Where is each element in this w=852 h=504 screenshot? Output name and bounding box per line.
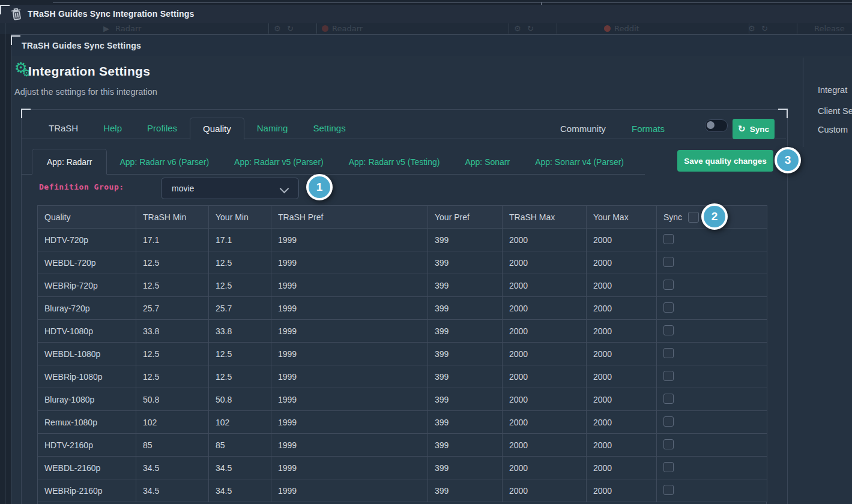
tab-item[interactable]: Settings [300, 118, 358, 139]
sync-cell [657, 343, 767, 365]
app-tab-bar: App: RadarrApp: Radarr v6 (Parser)App: R… [22, 149, 636, 175]
window-titlebar: TRaSH Guides Sync Integration Settings [0, 5, 852, 23]
trash-min-cell: 12.5 [136, 343, 209, 365]
quality-cell: WEBRip-1080p [38, 365, 136, 388]
annotation-3-badge: 3 [775, 147, 801, 173]
sync-cell [657, 479, 767, 502]
page-subtitle: Adjust the settings for this integration [14, 87, 157, 97]
trash-pref-cell: 1999 [271, 411, 428, 434]
app-tab-item[interactable]: App: Radarr v6 (Parser) [107, 149, 222, 175]
tab-item[interactable]: TRaSH [36, 118, 91, 139]
tab-item[interactable]: Quality [190, 118, 244, 140]
sync-all-checkbox[interactable] [688, 212, 699, 223]
reddit-icon [604, 25, 611, 32]
trash-min-cell: 102 [136, 411, 209, 434]
background-page-strip: ▶ Radarr ⚙ ↻ Readarr ⚙ ↻ Reddit ⚙ ↻ Rele… [0, 23, 852, 34]
quality-cell: WEBDL-1080p [38, 343, 136, 365]
modal-header: TRaSH Guides Sync Settings [11, 34, 852, 56]
column-header: Your Max [587, 206, 657, 229]
column-header: TRaSH Min [136, 206, 209, 229]
your-pref-cell: 399 [428, 411, 503, 434]
sync-button-label: Sync [750, 125, 769, 134]
your-pref-cell: 399 [428, 365, 503, 388]
app-tab-item[interactable]: App: Radarr v5 (Testing) [336, 149, 453, 175]
column-header: Your Pref [428, 206, 503, 229]
definition-group-select[interactable]: movie [161, 178, 299, 199]
trash-pref-cell: 1999 [271, 343, 428, 365]
your-max-cell: 2000 [587, 479, 657, 502]
sync-row-checkbox[interactable] [663, 462, 674, 472]
sync-row-checkbox[interactable] [663, 257, 674, 267]
definition-group-value: movie [172, 184, 194, 193]
save-quality-button[interactable]: Save quality changes [677, 150, 773, 172]
definition-group-label: Definition Group: [39, 182, 124, 191]
refresh-icon: ↻ [761, 24, 768, 33]
app-tab-item[interactable]: App: Sonarr v4 (Parser) [522, 149, 636, 175]
your-min-cell: 12.5 [209, 274, 271, 297]
table-header-row: Quality TRaSH Min Your Min TRaSH Pref Yo… [38, 206, 767, 229]
your-min-cell: 50.8 [209, 388, 271, 411]
table-row: WEBRip-1080p 12.5 12.5 1999 399 2000 200… [38, 365, 767, 388]
trash-min-cell: 17.1 [136, 229, 209, 251]
quality-cell: HDTV-720p [38, 229, 136, 251]
window-title: TRaSH Guides Sync Integration Settings [28, 9, 195, 19]
annotation-1-badge: 1 [306, 174, 333, 200]
sync-row-checkbox[interactable] [663, 439, 674, 449]
sync-row-checkbox[interactable] [663, 416, 674, 427]
sync-row-checkbox[interactable] [663, 234, 674, 244]
sync-button[interactable]: ↻ Sync [733, 119, 775, 139]
your-min-cell: 34.5 [209, 457, 271, 479]
gear-icon: ⚙ [748, 24, 755, 33]
trash-max-cell: 2000 [503, 320, 587, 343]
tab-item[interactable]: Naming [244, 118, 301, 139]
sync-cell [657, 434, 767, 457]
sync-row-checkbox[interactable] [663, 371, 674, 381]
your-max-cell: 2000 [587, 320, 657, 343]
tab-item[interactable]: Profiles [134, 118, 190, 139]
sync-cell [657, 274, 767, 297]
trash-pref-cell: 1999 [271, 434, 428, 457]
trash-max-cell: 2000 [503, 343, 587, 365]
chevron-down-icon [280, 184, 289, 194]
sync-row-checkbox[interactable] [663, 485, 674, 495]
quality-cell: WEBRip-2160p [38, 479, 136, 502]
your-pref-cell: 399 [428, 343, 503, 365]
your-min-cell: 25.7 [209, 297, 271, 320]
tab-item[interactable]: Help [91, 118, 134, 139]
quality-cell: Remux-1080p [38, 411, 136, 434]
sync-cell [657, 411, 767, 434]
sync-row-checkbox[interactable] [663, 348, 674, 358]
side-panel-item[interactable]: Custom [818, 125, 848, 134]
community-label[interactable]: Community [560, 124, 606, 134]
sync-row-checkbox[interactable] [663, 302, 674, 313]
side-panel-item[interactable]: Client Se [818, 106, 852, 116]
your-min-cell: 12.5 [209, 343, 271, 365]
column-header: Quality [38, 206, 136, 229]
side-panel-item[interactable]: Integrat [818, 85, 847, 95]
sync-row-checkbox[interactable] [663, 280, 674, 290]
sync-cell [657, 229, 767, 251]
formats-label[interactable]: Formats [632, 124, 665, 134]
gear-icon: ⚙ [274, 24, 281, 33]
background-app-name: Reddit [614, 24, 639, 33]
app-tab-item[interactable]: App: Radarr [32, 149, 107, 175]
trash-max-cell: 2000 [503, 229, 587, 251]
annotation-2-badge: 2 [701, 203, 728, 230]
your-min-cell: 17.1 [209, 229, 271, 251]
trash-min-cell: 12.5 [136, 251, 209, 274]
trash-pref-cell: 1999 [271, 274, 428, 297]
your-pref-cell: 399 [428, 388, 503, 411]
side-panel-divider [803, 58, 803, 147]
trash-max-cell: 2000 [503, 274, 587, 297]
app-tab-item[interactable]: App: Radarr v5 (Parser) [222, 149, 336, 175]
sync-cell [657, 320, 767, 343]
your-max-cell: 2000 [587, 411, 657, 434]
table-row: Bluray-1080p 50.8 50.8 1999 399 2000 200… [38, 388, 767, 411]
formats-toggle[interactable] [705, 119, 728, 132]
sync-row-checkbox[interactable] [663, 325, 674, 335]
your-min-cell: 85 [209, 434, 271, 457]
your-max-cell: 2000 [587, 365, 657, 388]
app-tab-item[interactable]: App: Sonarr [452, 149, 522, 175]
sync-row-checkbox[interactable] [663, 394, 674, 404]
your-pref-cell: 399 [428, 434, 503, 457]
